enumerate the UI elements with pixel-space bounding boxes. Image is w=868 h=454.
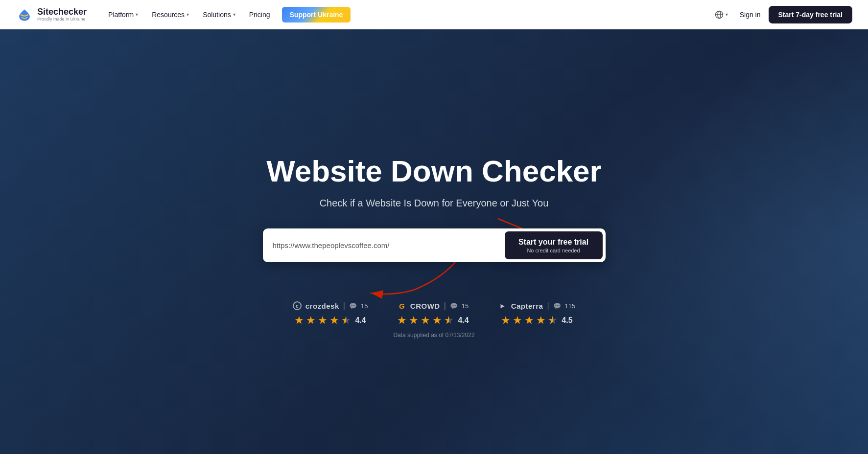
support-ukraine-button[interactable]: Support Ukraine bbox=[282, 7, 351, 23]
capterra-name: Capterra bbox=[511, 302, 543, 310]
star-1: ★ bbox=[501, 314, 511, 327]
star-3: ★ bbox=[318, 314, 328, 327]
star-5: ★ ★ bbox=[341, 314, 351, 327]
logo[interactable]: Sitechecker Proudly made in Ukraine bbox=[16, 6, 87, 23]
crowd-count: 15 bbox=[462, 302, 469, 310]
nav-solutions[interactable]: Solutions ▾ bbox=[197, 7, 241, 23]
comment-icon: 💬 bbox=[349, 302, 357, 310]
cta-sub-label: No credit card needed bbox=[516, 248, 591, 253]
star-1: ★ bbox=[397, 314, 407, 327]
crowd-stars: ★ ★ ★ ★ ★ ★ 4.4 bbox=[397, 314, 469, 327]
start-free-trial-button[interactable]: Start your free trial No credit card nee… bbox=[505, 231, 603, 259]
start-trial-nav-button[interactable]: Start 7-day free trial bbox=[769, 6, 853, 23]
crozdesk-name: crozdesk bbox=[305, 302, 339, 310]
comment-icon: 💬 bbox=[553, 302, 561, 310]
star-3: ★ bbox=[421, 314, 430, 327]
star-4: ★ bbox=[432, 314, 442, 327]
logo-name: Sitechecker bbox=[37, 7, 87, 17]
divider: | bbox=[343, 301, 345, 310]
rating-crowd-header: G CROWD | 💬 15 bbox=[398, 301, 469, 310]
cta-main-label: Start your free trial bbox=[516, 237, 591, 247]
crowd-score: 4.4 bbox=[458, 316, 469, 325]
hero-title: Website Down Checker bbox=[266, 155, 601, 188]
star-2: ★ bbox=[409, 314, 419, 327]
rating-capterra-header: ► Capterra | 💬 115 bbox=[498, 301, 576, 310]
chevron-down-icon: ▾ bbox=[187, 12, 189, 17]
ratings-section: c crozdesk | 💬 15 ★ ★ ★ ★ ★ ★ 4.4 G bbox=[293, 301, 575, 327]
url-input[interactable] bbox=[273, 236, 505, 254]
nav-pricing[interactable]: Pricing bbox=[243, 7, 276, 23]
navbar-right: ▾ Sign in Start 7-day free trial bbox=[711, 6, 852, 23]
hero-section: Website Down Checker Check if a Website … bbox=[0, 29, 868, 454]
capterra-count: 115 bbox=[565, 302, 576, 310]
search-container: Start your free trial No credit card nee… bbox=[263, 228, 606, 262]
logo-icon bbox=[16, 6, 33, 23]
star-5: ★ ★ bbox=[548, 314, 558, 327]
capterra-stars: ★ ★ ★ ★ ★ ★ 4.5 bbox=[501, 314, 572, 327]
sign-in-button[interactable]: Sign in bbox=[740, 11, 761, 19]
nav-links: Platform ▾ Resources ▾ Solutions ▾ Prici… bbox=[102, 7, 711, 23]
capterra-score: 4.5 bbox=[562, 316, 572, 325]
comment-icon: 💬 bbox=[450, 302, 458, 310]
chevron-down-icon: ▾ bbox=[136, 12, 138, 17]
nav-platform[interactable]: Platform ▾ bbox=[102, 7, 144, 23]
rating-crowd: G CROWD | 💬 15 ★ ★ ★ ★ ★ ★ 4.4 bbox=[397, 301, 469, 327]
hero-subtitle: Check if a Website Is Down for Everyone … bbox=[320, 198, 549, 209]
navbar: Sitechecker Proudly made in Ukraine Plat… bbox=[0, 0, 868, 29]
crowd-name: CROWD bbox=[410, 302, 440, 310]
chevron-down-icon: ▾ bbox=[726, 12, 728, 17]
star-4: ★ bbox=[329, 314, 339, 327]
crozdesk-score: 4.4 bbox=[355, 316, 366, 325]
divider: | bbox=[547, 301, 549, 310]
star-3: ★ bbox=[524, 314, 534, 327]
star-4: ★ bbox=[536, 314, 546, 327]
globe-icon bbox=[715, 10, 724, 19]
crozdesk-icon: c bbox=[293, 301, 302, 310]
divider: | bbox=[444, 301, 446, 310]
star-5: ★ ★ bbox=[444, 314, 454, 327]
crozdesk-count: 15 bbox=[361, 302, 368, 310]
search-wrapper: Start your free trial No credit card nee… bbox=[263, 228, 606, 262]
rating-crozdesk-header: c crozdesk | 💬 15 bbox=[293, 301, 368, 310]
rating-crozdesk: c crozdesk | 💬 15 ★ ★ ★ ★ ★ ★ 4.4 bbox=[293, 301, 368, 327]
rating-capterra: ► Capterra | 💬 115 ★ ★ ★ ★ ★ ★ 4.5 bbox=[498, 301, 576, 327]
star-2: ★ bbox=[513, 314, 522, 327]
data-note: Data supplied as of 07/13/2022 bbox=[393, 332, 474, 339]
capterra-icon: ► bbox=[498, 301, 507, 310]
crozdesk-stars: ★ ★ ★ ★ ★ ★ 4.4 bbox=[294, 314, 366, 327]
language-selector[interactable]: ▾ bbox=[711, 7, 732, 22]
g2-icon: G bbox=[398, 301, 406, 310]
logo-tagline: Proudly made in Ukraine bbox=[37, 17, 87, 22]
logo-text: Sitechecker Proudly made in Ukraine bbox=[37, 7, 87, 22]
nav-resources[interactable]: Resources ▾ bbox=[146, 7, 195, 23]
chevron-down-icon: ▾ bbox=[233, 12, 235, 17]
star-1: ★ bbox=[294, 314, 304, 327]
star-2: ★ bbox=[306, 314, 316, 327]
